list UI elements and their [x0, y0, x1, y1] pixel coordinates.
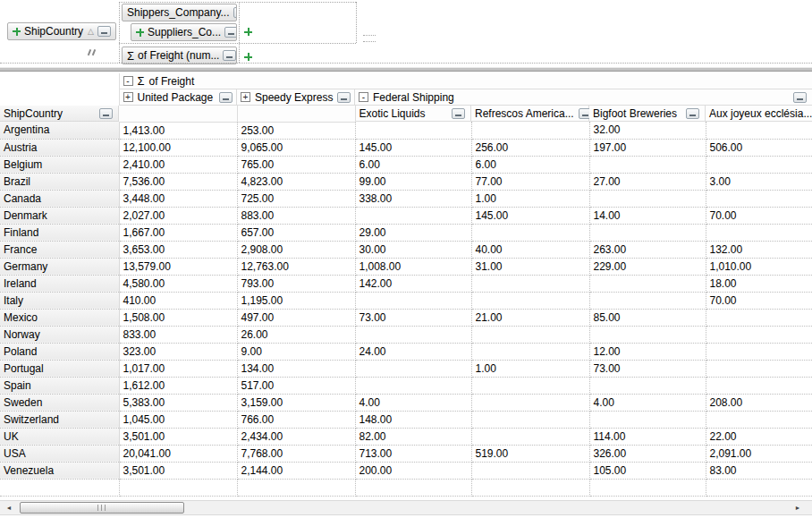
data-cell[interactable]: 70.00: [706, 292, 812, 309]
row-label[interactable]: Mexico: [0, 309, 119, 326]
data-cell[interactable]: 793.00: [237, 275, 355, 292]
data-cell[interactable]: [355, 122, 471, 139]
sub-column-exotic-liquids[interactable]: Exotic Liquids: [356, 106, 472, 122]
data-cell[interactable]: [471, 275, 589, 292]
data-cell[interactable]: 26.00: [237, 326, 355, 343]
data-cell[interactable]: 142.00: [355, 275, 471, 292]
row-label[interactable]: Austria: [0, 139, 119, 156]
filter-icon[interactable]: [793, 92, 807, 103]
data-cell[interactable]: [471, 411, 589, 428]
data-cell[interactable]: [355, 377, 471, 394]
row-label[interactable]: Portugal: [0, 360, 119, 377]
data-cell[interactable]: [471, 292, 589, 309]
data-cell[interactable]: 4.00: [355, 394, 471, 411]
expand-icon[interactable]: +: [241, 92, 250, 102]
data-cell[interactable]: 197.00: [589, 139, 706, 156]
data-cell[interactable]: [706, 377, 812, 394]
data-cell[interactable]: [706, 224, 812, 241]
data-cell[interactable]: [355, 207, 471, 224]
field-button-shippers-company[interactable]: Shippers_Company...: [122, 4, 237, 21]
row-label[interactable]: Poland: [0, 343, 119, 360]
data-cell[interactable]: 713.00: [355, 445, 471, 462]
data-cell[interactable]: 22.00: [706, 428, 812, 445]
data-cell[interactable]: 1,612.00: [119, 377, 237, 394]
data-cell[interactable]: [471, 377, 589, 394]
data-cell[interactable]: 18.00: [706, 275, 812, 292]
data-cell[interactable]: [589, 326, 706, 343]
horizontal-scrollbar[interactable]: ◄ ►: [0, 500, 812, 515]
filter-icon[interactable]: [97, 26, 111, 37]
data-cell[interactable]: [471, 224, 589, 241]
data-cell[interactable]: 9.00: [237, 343, 355, 360]
data-cell[interactable]: 21.00: [471, 309, 589, 326]
data-cell[interactable]: 517.00: [237, 377, 355, 394]
data-cell[interactable]: 1,413.00: [119, 122, 237, 139]
data-cell[interactable]: 145.00: [355, 139, 471, 156]
data-cell[interactable]: 20,041.00: [119, 445, 237, 462]
data-cell[interactable]: [471, 343, 589, 360]
data-cell[interactable]: [589, 275, 706, 292]
data-cell[interactable]: 1,667.00: [119, 224, 237, 241]
data-cell[interactable]: 263.00: [589, 241, 706, 258]
filter-icon[interactable]: [686, 108, 699, 119]
filter-icon[interactable]: [219, 92, 233, 103]
column-group-speedy-express[interactable]: + Speedy Express: [237, 89, 355, 106]
data-cell[interactable]: [589, 292, 706, 309]
data-cell[interactable]: 3.00: [706, 173, 812, 190]
data-cell[interactable]: 766.00: [237, 411, 355, 428]
row-label[interactable]: UK: [0, 428, 119, 445]
data-cell[interactable]: 4,580.00: [119, 275, 237, 292]
data-cell[interactable]: 83.00: [706, 462, 812, 479]
collapse-icon[interactable]: -: [123, 76, 133, 86]
row-label[interactable]: Ireland: [0, 275, 119, 292]
data-cell[interactable]: 14.00: [589, 207, 706, 224]
data-cell[interactable]: 883.00: [237, 207, 355, 224]
row-label[interactable]: Venezuela: [0, 462, 119, 479]
data-cell[interactable]: 410.00: [119, 292, 237, 309]
data-cell[interactable]: 85.00: [589, 309, 706, 326]
data-cell[interactable]: 3,501.00: [119, 428, 237, 445]
data-cell[interactable]: [706, 122, 812, 139]
scroll-right-arrow-icon[interactable]: ►: [791, 501, 805, 514]
row-label[interactable]: Brazil: [0, 173, 119, 190]
data-cell[interactable]: 9,065.00: [237, 139, 355, 156]
data-cell[interactable]: 833.00: [119, 326, 237, 343]
data-cell[interactable]: 4,823.00: [237, 173, 355, 190]
data-cell[interactable]: 2,144.00: [237, 462, 355, 479]
data-cell[interactable]: [355, 292, 471, 309]
column-group-united-package[interactable]: + United Package: [120, 89, 238, 106]
data-cell[interactable]: 73.00: [355, 309, 471, 326]
row-label[interactable]: Belgium: [0, 156, 119, 173]
row-label[interactable]: Germany: [0, 258, 119, 275]
data-cell[interactable]: 32.00: [589, 122, 706, 139]
expand-icon[interactable]: +: [123, 92, 133, 102]
data-cell[interactable]: 1,045.00: [119, 411, 237, 428]
field-button-shipcountry[interactable]: ShipCountry △: [7, 22, 116, 40]
data-cell[interactable]: [471, 462, 589, 479]
data-cell[interactable]: [589, 411, 706, 428]
filter-icon[interactable]: [233, 7, 237, 18]
data-cell[interactable]: 73.00: [589, 360, 706, 377]
data-cell[interactable]: 2,027.00: [119, 207, 237, 224]
data-cell[interactable]: 1,008.00: [355, 258, 471, 275]
collapse-icon[interactable]: -: [359, 92, 368, 102]
data-cell[interactable]: 323.00: [119, 343, 237, 360]
data-cell[interactable]: 7,536.00: [119, 173, 237, 190]
row-label[interactable]: Italy: [0, 292, 119, 309]
filter-icon[interactable]: [579, 108, 589, 119]
data-cell[interactable]: 1.00: [471, 190, 589, 207]
row-label[interactable]: Argentina: [0, 122, 119, 139]
data-cell[interactable]: 3,448.00: [119, 190, 237, 207]
data-cell[interactable]: 3,159.00: [237, 394, 355, 411]
data-cell[interactable]: 1,508.00: [119, 309, 237, 326]
row-label[interactable]: USA: [0, 445, 119, 462]
data-cell[interactable]: 145.00: [471, 207, 589, 224]
data-cell[interactable]: [355, 360, 471, 377]
row-label[interactable]: Denmark: [0, 207, 119, 224]
data-cell[interactable]: 253.00: [237, 122, 355, 139]
data-cell[interactable]: 1.00: [471, 360, 589, 377]
data-cell[interactable]: 208.00: [706, 394, 812, 411]
data-cell[interactable]: [471, 394, 589, 411]
data-cell[interactable]: [471, 122, 589, 139]
data-cell[interactable]: 29.00: [355, 224, 471, 241]
